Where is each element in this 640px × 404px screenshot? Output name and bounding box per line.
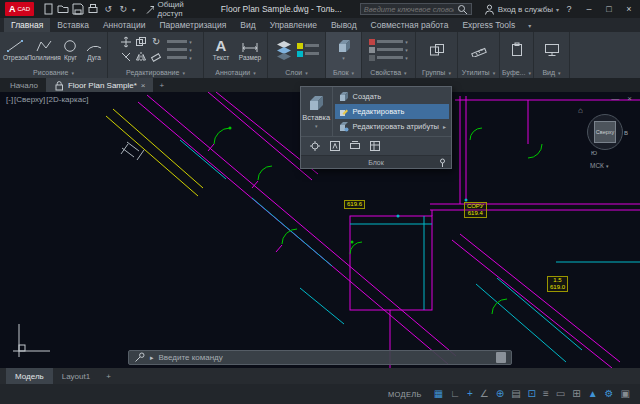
set-base-point-icon[interactable] <box>309 140 321 152</box>
annotation-scale-icon[interactable]: ▲ <box>588 389 598 399</box>
pin-icon[interactable] <box>438 158 447 168</box>
layer-dropdown-row[interactable] <box>297 43 319 49</box>
room-tag[interactable]: 619.6 <box>344 200 365 209</box>
menu-item-edit-block[interactable]: Редактировать <box>335 104 449 119</box>
new-drawing-tab-button[interactable]: + <box>153 78 170 92</box>
ortho-icon[interactable]: ∠ <box>480 389 489 399</box>
view-icon[interactable] <box>544 43 560 57</box>
viewport-view-control[interactable]: [Сверху] <box>14 95 45 104</box>
mirror-icon[interactable] <box>135 51 147 63</box>
panel-properties-title[interactable]: Свойства▾ <box>362 67 415 78</box>
ucs-dropdown[interactable]: МСК ▾ <box>590 162 608 169</box>
selection-cycling-icon[interactable]: ⊞ <box>572 389 580 399</box>
linetype-dropdown-row[interactable]: ▾ <box>369 55 408 61</box>
copy-icon[interactable] <box>135 36 147 48</box>
lineweight-icon[interactable]: ≡ <box>543 389 549 399</box>
measure-icon[interactable] <box>471 43 487 57</box>
polar-tracking-icon[interactable]: ⊕ <box>496 389 504 399</box>
command-line-handle[interactable] <box>496 352 506 363</box>
help-icon[interactable]: ? <box>563 4 575 14</box>
tab-output[interactable]: Вывод <box>324 18 364 32</box>
modify-dropdown-row[interactable]: ▾ <box>167 39 192 45</box>
viewcube-home-icon[interactable]: ⌂ <box>578 106 583 115</box>
transparency-icon[interactable]: ▭ <box>556 389 565 399</box>
panel-utilities-title[interactable]: Утилиты▾ <box>458 67 499 78</box>
viewcube-top-face[interactable]: Сверху <box>594 121 616 143</box>
trim-icon[interactable] <box>120 51 132 63</box>
groups-icon[interactable] <box>429 43 445 57</box>
room-tag[interactable]: 1.5619.0 <box>547 276 568 292</box>
tab-insert[interactable]: Вставка <box>50 18 96 32</box>
panel-draw-title[interactable]: Рисование▾ <box>0 67 107 78</box>
viewport-visual-style-control[interactable]: [2D-каркас] <box>46 95 88 104</box>
isolate-objects-icon[interactable]: ▣ <box>621 389 630 399</box>
viewcube[interactable]: ⌂ Сверху Ю В МСК ▾ <box>582 106 628 176</box>
move-icon[interactable] <box>120 36 132 48</box>
grid-icon[interactable]: ▦ <box>434 389 443 399</box>
qat-menu-caret-icon[interactable]: ▾ <box>132 6 135 13</box>
doc-tab-start[interactable]: Начало <box>2 78 46 92</box>
object-snap-icon[interactable]: ⊡ <box>528 389 536 399</box>
layers-icon[interactable] <box>275 40 293 60</box>
clipboard-icon[interactable] <box>510 42 524 57</box>
rotate-icon[interactable]: ↻ <box>152 37 160 47</box>
lineweight-dropdown-row[interactable]: ▾ <box>369 47 408 53</box>
room-tag[interactable]: СОРУ619.4 <box>464 202 487 218</box>
block-flyout-footer[interactable]: Блок <box>301 155 451 168</box>
block-attribute-icon[interactable] <box>329 140 341 152</box>
space-indicator[interactable]: МОДЕЛЬ <box>388 390 422 399</box>
new-layout-button[interactable]: + <box>99 368 118 384</box>
menu-item-create-block[interactable]: Создать <box>335 89 449 104</box>
command-input[interactable]: Введите команду <box>159 353 223 362</box>
dimension-tool-button[interactable]: Размер <box>238 39 263 61</box>
layout-tab-layout1[interactable]: Layout1 <box>53 368 99 384</box>
command-line[interactable]: ▸ Введите команду <box>128 350 512 365</box>
customize-icon[interactable] <box>134 352 145 363</box>
undo-icon[interactable]: ↺ <box>102 3 114 15</box>
arc-tool-button[interactable]: Дуга <box>84 39 104 61</box>
line-tool-button[interactable]: Отрезок <box>3 39 28 61</box>
tab-annotate[interactable]: Аннотации <box>96 18 153 32</box>
dynamic-input-icon[interactable]: + <box>467 389 473 399</box>
new-file-icon[interactable] <box>42 3 54 15</box>
polyline-tool-button[interactable]: Полилиния <box>32 39 57 61</box>
erase-icon[interactable] <box>150 51 162 63</box>
panel-annotation-title[interactable]: Аннотации▾ <box>204 67 267 78</box>
workspace-icon[interactable]: ⚙ <box>605 389 614 399</box>
block-table-icon[interactable] <box>369 140 381 152</box>
search-input[interactable] <box>364 5 454 14</box>
modify-dropdown-row[interactable]: ▾ <box>167 55 192 61</box>
panel-clipboard-title[interactable]: Буфе...▾ <box>500 67 533 78</box>
panel-groups-title[interactable]: Группы▾ <box>416 67 457 78</box>
signin-button[interactable]: Вход в службы ▾ <box>484 4 559 15</box>
doc-tab-floor-plan[interactable]: Floor Plan Sample* × <box>46 78 154 92</box>
close-button[interactable]: × <box>623 4 635 14</box>
panel-layers-title[interactable]: Слои▾ <box>268 67 325 78</box>
tab-parametric[interactable]: Параметризация <box>152 18 233 32</box>
text-tool-button[interactable]: A Текст <box>209 38 234 61</box>
isodraft-icon[interactable]: ▤ <box>511 389 520 399</box>
tab-express-tools[interactable]: Express Tools <box>455 18 522 32</box>
viewcube-south-label[interactable]: Ю <box>591 150 597 156</box>
layer-dropdown-row[interactable] <box>297 51 319 57</box>
block-panel-caret-icon[interactable]: ▾ <box>342 55 345 61</box>
maximize-button[interactable]: □ <box>603 4 615 14</box>
plot-icon[interactable] <box>87 3 99 15</box>
save-icon[interactable] <box>72 3 84 15</box>
menu-item-edit-attributes[interactable]: Редактировать атрибуты ▸ <box>335 119 449 134</box>
color-dropdown-row[interactable]: ▾ <box>369 39 408 45</box>
panel-modify-title[interactable]: Редактирование▾ <box>108 67 203 78</box>
circle-tool-button[interactable]: Круг <box>61 39 81 61</box>
attribute-sync-icon[interactable] <box>349 140 361 152</box>
ribbon-collapse-caret-icon[interactable]: ▾ <box>522 18 537 32</box>
redo-icon[interactable]: ↻ <box>117 3 129 15</box>
layout-tab-model[interactable]: Модель <box>6 368 53 384</box>
navbar-close-icon[interactable]: × <box>627 94 632 103</box>
autocad-logo[interactable]: A CAD <box>5 2 34 16</box>
tab-view[interactable]: Вид <box>233 18 262 32</box>
share-button[interactable]: Общий доступ <box>145 0 203 18</box>
open-file-icon[interactable] <box>57 3 69 15</box>
panel-view-title[interactable]: Вид▾ <box>534 67 569 78</box>
minimize-button[interactable]: – <box>583 4 595 14</box>
insert-block-button[interactable]: Вставка ▾ <box>301 87 333 136</box>
